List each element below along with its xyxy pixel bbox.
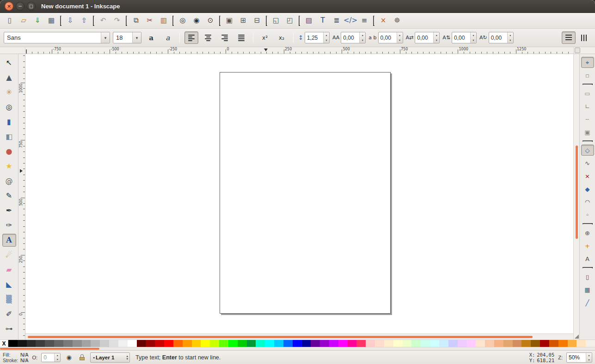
color-swatch[interactable] <box>338 340 348 347</box>
color-swatch[interactable] <box>513 340 522 347</box>
group-button[interactable]: ◱ <box>270 14 282 27</box>
color-swatch[interactable] <box>27 340 36 347</box>
color-swatch[interactable] <box>403 340 412 347</box>
color-swatch[interactable] <box>293 340 302 347</box>
color-swatch[interactable] <box>466 340 476 347</box>
subscript-button[interactable]: x₂ <box>275 31 288 44</box>
color-swatch[interactable] <box>485 340 494 347</box>
stepper-down-button[interactable]: ▾ <box>324 38 329 43</box>
color-swatch[interactable] <box>448 340 458 347</box>
gradient-tool[interactable]: ▒ <box>2 293 16 306</box>
undo-button[interactable]: ↶ <box>97 14 110 27</box>
snap-bbox-corners-button[interactable]: ∟ <box>581 101 594 112</box>
align-right-button[interactable] <box>218 31 232 44</box>
character-rotation-spinbox[interactable]: 0,00 ▴▾ <box>489 32 514 43</box>
color-swatch[interactable] <box>100 340 109 347</box>
import-button[interactable]: ⇩ <box>64 14 77 27</box>
print-button[interactable]: ▦ <box>45 14 58 27</box>
color-swatch[interactable] <box>128 340 137 347</box>
color-swatch[interactable] <box>558 340 568 347</box>
snap-bbox-edge-midpoints-button[interactable]: ╌ <box>581 114 594 125</box>
box3d-tool[interactable]: ◧ <box>2 130 16 143</box>
align-justify-button[interactable] <box>234 31 248 44</box>
minimize-button[interactable]: − <box>16 2 25 11</box>
bezier-tool[interactable]: ✒ <box>2 204 16 217</box>
layer-visibility-button[interactable]: ◉ <box>64 353 74 362</box>
color-swatch[interactable] <box>430 340 439 347</box>
align-center-button[interactable] <box>201 31 215 44</box>
stepper-up-button[interactable]: ▴ <box>434 32 439 38</box>
stepper-up-button[interactable]: ▴ <box>586 353 592 358</box>
rectangle-tool[interactable]: ▮ <box>2 115 16 128</box>
color-swatch[interactable] <box>540 340 549 347</box>
no-color-swatch[interactable]: X <box>0 340 8 347</box>
fill-stroke-dialog-button[interactable]: ▨ <box>302 14 315 27</box>
color-swatch[interactable] <box>137 340 146 347</box>
color-swatch[interactable] <box>73 340 82 347</box>
color-swatch[interactable] <box>247 340 256 347</box>
zoom-tool[interactable]: ◎ <box>2 101 16 114</box>
snap-text-baseline-button[interactable]: A <box>581 253 594 264</box>
zoom-page-button[interactable]: ⊙ <box>204 14 217 27</box>
copy-button[interactable]: ⧉ <box>129 14 142 27</box>
opacity-spinbox[interactable]: 0 ▴▾ <box>41 353 61 362</box>
titlebar[interactable]: ×−◻ New document 1 - Inkscape <box>0 0 595 13</box>
align-left-button[interactable] <box>184 31 198 44</box>
snap-object-centers-button[interactable]: ⊕ <box>581 227 594 238</box>
color-swatch[interactable] <box>274 340 283 347</box>
color-swatch[interactable] <box>503 340 513 347</box>
font-size-dropdown-button[interactable]: ▾ <box>132 32 141 43</box>
spray-tool[interactable]: ☄ <box>2 249 16 261</box>
spiral-tool[interactable]: @ <box>2 175 16 188</box>
stepper-down-button[interactable]: ▾ <box>586 358 592 362</box>
stepper-down-button[interactable]: ▾ <box>471 38 476 43</box>
snap-cusp-nodes-button[interactable]: ◆ <box>581 183 594 194</box>
stepper-down-button[interactable]: ▾ <box>434 38 439 43</box>
color-swatch[interactable] <box>476 340 485 347</box>
color-swatch[interactable] <box>366 340 375 347</box>
color-swatch[interactable] <box>458 340 467 347</box>
align-distribute-button[interactable]: ≡ <box>358 14 371 27</box>
document-properties-button[interactable]: ☸ <box>391 14 404 27</box>
zoom-drawing-button[interactable]: ◉ <box>190 14 203 27</box>
xml-editor-button[interactable]: </> <box>344 14 357 27</box>
snap-page-border-button[interactable]: ▯ <box>581 271 594 282</box>
horizontal-ruler[interactable]: -750-500-250025050075010001250 <box>25 47 573 54</box>
vertical-scrollbar[interactable] <box>573 54 579 340</box>
palette-scrollbar[interactable] <box>0 347 595 350</box>
stepper-up-button[interactable]: ▴ <box>360 32 365 38</box>
color-swatch[interactable] <box>531 340 540 347</box>
color-swatch[interactable] <box>549 340 558 347</box>
cut-button[interactable]: ✂ <box>143 14 156 27</box>
color-swatch[interactable] <box>201 340 210 347</box>
text-vertical-button[interactable] <box>577 31 591 44</box>
color-swatch[interactable] <box>439 340 448 347</box>
color-swatch[interactable] <box>348 340 357 347</box>
redo-button[interactable]: ↷ <box>110 14 123 27</box>
current-layer-select[interactable]: • Layer 1 ▲▼ <box>90 352 130 363</box>
color-swatch[interactable] <box>36 340 45 347</box>
zoom-selection-button[interactable]: ◎ <box>176 14 189 27</box>
document-page[interactable] <box>220 72 391 314</box>
color-swatch[interactable] <box>91 340 100 347</box>
bucket-tool[interactable]: ◣ <box>2 278 16 291</box>
calligraphy-tool[interactable]: ✑ <box>2 219 16 232</box>
selector-tool[interactable]: ↖ <box>2 56 16 69</box>
stepper-down-button[interactable]: ▾ <box>55 358 60 362</box>
snap-guides-button[interactable]: ╱ <box>581 297 594 308</box>
palette-scrollbar-thumb[interactable] <box>0 348 99 350</box>
vertical-ruler[interactable]: 10007505002500 <box>18 54 25 340</box>
duplicate-button[interactable]: ▣ <box>223 14 236 27</box>
color-swatch[interactable] <box>228 340 238 347</box>
pencil-tool[interactable]: ✎ <box>2 189 16 202</box>
color-swatch[interactable] <box>173 340 183 347</box>
layers-dialog-button[interactable]: ≣ <box>330 14 343 27</box>
text-dialog-button[interactable]: T <box>316 14 329 27</box>
clone-button[interactable]: ⊞ <box>237 14 250 27</box>
preferences-button[interactable]: × <box>377 14 390 27</box>
maximize-button[interactable]: ◻ <box>27 2 36 11</box>
color-swatch[interactable] <box>577 340 586 347</box>
star-tool[interactable]: ★ <box>2 160 16 173</box>
new-document-button[interactable]: ▯ <box>3 14 16 27</box>
node-tool[interactable]: ▲ <box>2 71 16 84</box>
